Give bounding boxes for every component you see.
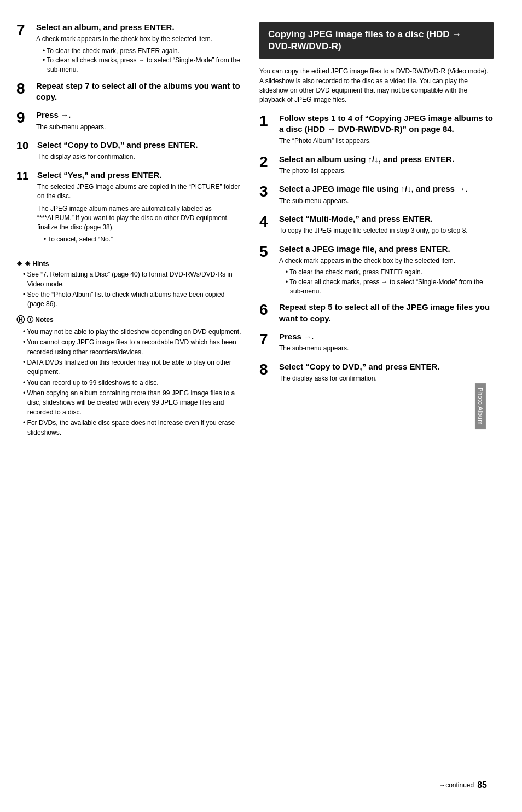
right-step-5-bullet-2: To clear all check marks, press → to sel… (286, 278, 494, 297)
section-header-title: Copying JPEG image files to a disc (HDD … (268, 28, 485, 53)
right-step-1-title: Follow steps 1 to 4 of “Copying JPEG ima… (279, 113, 494, 135)
right-step-7-body: The sub-menu appears. (279, 344, 494, 353)
right-step-6-title: Repeat step 5 to select all of the JPEG … (279, 302, 494, 324)
right-step-5-content: Select a JPEG image file, and press ENTE… (279, 244, 494, 297)
left-step-11: 11 Select “Yes,” and press ENTER. The se… (16, 170, 242, 245)
right-step-7-content: Press →. The sub-menu appears. (279, 331, 494, 356)
step-number-9: 9 (16, 110, 36, 126)
right-step-5-title: Select a JPEG image file, and press ENTE… (279, 244, 494, 255)
left-step-10: 10 Select “Copy to DVD,” and press ENTER… (16, 140, 242, 164)
step-7-bullet-1: To clear the check mark, press ENTER aga… (43, 47, 242, 56)
right-step-2-title: Select an album using ↑/↓, and press ENT… (279, 154, 494, 165)
right-step-3-content: Select a JPEG image file using ↑/↓, and … (279, 183, 494, 208)
step-9-title: Press →. (36, 110, 242, 120)
notes-item-4: You can record up to 99 slideshows to a … (23, 378, 242, 388)
step-10-title: Select “Copy to DVD,” and press ENTER. (37, 140, 242, 151)
step-11-body2: The JPEG image album names are automatic… (37, 204, 242, 233)
step-11-title: Select “Yes,” and press ENTER. (37, 170, 242, 181)
right-step-5: 5 Select a JPEG image file, and press EN… (259, 244, 494, 297)
step-7-content: Select an album, and press ENTER. A chec… (36, 22, 242, 75)
right-step-4-body: To copy the JPEG image file selected in … (279, 226, 494, 235)
left-step-9: 9 Press →. The sub-menu appears. (16, 110, 242, 134)
left-step-8: 8 Repeat step 7 to select all of the alb… (16, 80, 242, 105)
right-intro: You can copy the edited JPEG image files… (259, 67, 494, 105)
right-step-8-title: Select “Copy to DVD,” and press ENTER. (279, 361, 494, 372)
step-10-body: The display asks for confirmation. (37, 152, 242, 162)
right-step-6-content: Repeat step 5 to select all of the JPEG … (279, 302, 494, 326)
step-9-arrow: → (61, 110, 68, 120)
light-bulb-icon: ☀ (16, 260, 22, 268)
right-step-number-6: 6 (259, 302, 279, 319)
step-7-body: A check mark appears in the check box by… (36, 34, 242, 44)
right-column: Copying JPEG image files to a disc (HDD … (252, 11, 503, 801)
section-header: Copying JPEG image files to a disc (HDD … (259, 22, 494, 59)
page-number: 85 (477, 780, 487, 790)
right-step-7-title: Press →. (279, 331, 494, 342)
notes-item-6: For DVDs, the available disc space does … (23, 418, 242, 437)
right-step-1-content: Follow steps 1 to 4 of “Copying JPEG ima… (279, 113, 494, 148)
right-step-8-body: The display asks for confirmation. (279, 374, 494, 383)
step-10-content: Select “Copy to DVD,” and press ENTER. T… (37, 140, 242, 164)
right-step-7-arrow: → (304, 332, 311, 342)
sidebar-label: Photo Album (475, 383, 486, 429)
step-number-11: 11 (16, 170, 37, 182)
left-step-7: 7 Select an album, and press ENTER. A ch… (16, 22, 242, 75)
right-step-number-5: 5 (259, 244, 279, 261)
hints-item-1: See “7. Reformatting a Disc” (page 40) t… (23, 270, 242, 289)
step-11-bullet-1: To cancel, select “No.” (44, 235, 242, 244)
right-step-7: 7 Press →. The sub-menu appears. (259, 331, 494, 356)
step-7-bullet-2: To clear all check marks, press → to sel… (43, 56, 242, 75)
right-step-5-bullet-1: To clear the check mark, press ENTER aga… (286, 268, 494, 277)
right-step-2-body: The photo list appears. (279, 166, 494, 176)
step-8-content: Repeat step 7 to select all of the album… (36, 80, 242, 105)
hints-section: ☀ ☀ Hints See “7. Reformatting a Disc” (… (16, 260, 242, 309)
right-step-2-content: Select an album using ↑/↓, and press ENT… (279, 154, 494, 178)
notes-item-2: You cannot copy JPEG image files to a re… (23, 338, 242, 357)
notes-section: Ⓗ Ⓘ Notes You may not be able to play th… (16, 315, 242, 437)
notes-title: Ⓗ Ⓘ Notes (16, 315, 242, 325)
right-step-5-body: A check mark appears in the check box by… (279, 256, 494, 266)
right-step-number-8: 8 (259, 361, 279, 378)
right-step-3: 3 Select a JPEG image file using ↑/↓, an… (259, 183, 494, 208)
left-column: 7 Select an album, and press ENTER. A ch… (0, 11, 252, 801)
right-step-2: 2 Select an album using ↑/↓, and press E… (259, 154, 494, 178)
right-step-6: 6 Repeat step 5 to select all of the JPE… (259, 302, 494, 326)
right-step-3-title: Select a JPEG image file using ↑/↓, and … (279, 183, 494, 194)
right-step-number-2: 2 (259, 154, 279, 171)
right-step-3-body: The sub-menu appears. (279, 197, 494, 206)
right-step-number-1: 1 (259, 113, 279, 130)
right-step-4: 4 Select “Multi-Mode,” and press ENTER. … (259, 214, 494, 238)
divider (16, 252, 242, 252)
right-step-4-title: Select “Multi-Mode,” and press ENTER. (279, 214, 494, 224)
hints-title: ☀ ☀ Hints (16, 260, 242, 268)
step-9-content: Press →. The sub-menu appears. (36, 110, 242, 134)
page-footer: →continued 85 (439, 780, 487, 790)
right-step-number-4: 4 (259, 214, 279, 231)
notes-item-5: When copying an album containing more th… (23, 389, 242, 417)
note-icon: Ⓗ (16, 315, 25, 325)
page-container: 7 Select an album, and press ENTER. A ch… (0, 0, 522, 812)
right-step-number-7: 7 (259, 331, 279, 348)
step-number-10: 10 (16, 140, 37, 152)
notes-item-1: You may not be able to play the slidesho… (23, 327, 242, 337)
step-11-content: Select “Yes,” and press ENTER. The selec… (37, 170, 242, 245)
right-step-1-body: The “Photo Album” list appears. (279, 136, 494, 146)
step-9-body: The sub-menu appears. (36, 123, 242, 132)
continued-text: →continued (439, 781, 474, 789)
step-number-8: 8 (16, 80, 36, 97)
right-step-8: 8 Select “Copy to DVD,” and press ENTER.… (259, 361, 494, 386)
notes-item-3: DATA DVDs finalized on this recorder may… (23, 358, 242, 377)
right-step-1: 1 Follow steps 1 to 4 of “Copying JPEG i… (259, 113, 494, 148)
step-11-body1: The selected JPEG image albums are copie… (37, 182, 242, 201)
hints-item-2: See the “Photo Album” list to check whic… (23, 290, 242, 309)
right-step-8-content: Select “Copy to DVD,” and press ENTER. T… (279, 361, 494, 386)
step-number-7: 7 (16, 22, 36, 39)
step-7-title: Select an album, and press ENTER. (36, 22, 242, 33)
right-step-number-3: 3 (259, 183, 279, 200)
right-step-4-content: Select “Multi-Mode,” and press ENTER. To… (279, 214, 494, 238)
step-8-title: Repeat step 7 to select all of the album… (36, 80, 242, 103)
